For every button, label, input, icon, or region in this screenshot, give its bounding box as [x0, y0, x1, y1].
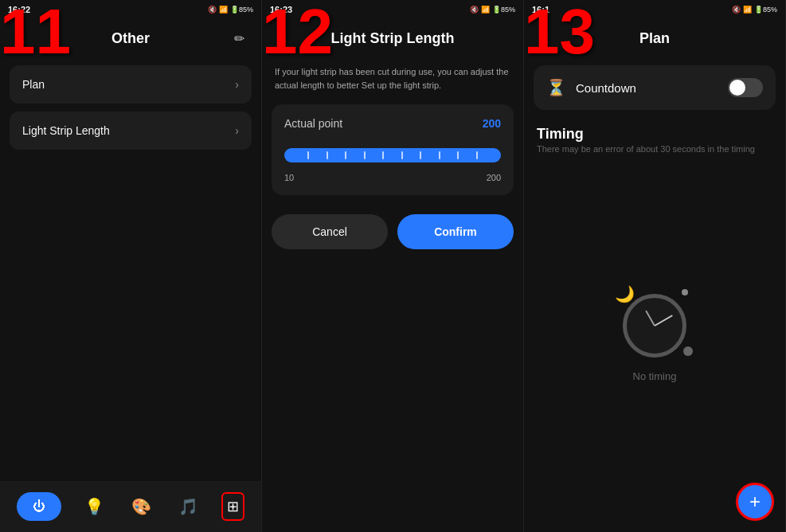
panel-plan: 13 16:1 🔇 📶 🔋85% ‹ Plan ⏳ Countdown Timi… — [524, 0, 786, 532]
tick-8 — [439, 151, 440, 159]
slider-labels: 10 200 — [284, 173, 501, 182]
confirm-button[interactable]: Confirm — [397, 214, 514, 249]
tick-2 — [327, 151, 328, 159]
menu-item-plan[interactable]: Plan › — [10, 65, 252, 104]
timing-title: Timing — [537, 126, 772, 143]
grid-icon[interactable]: ⊞ — [221, 492, 244, 521]
plus-icon: + — [749, 491, 761, 513]
add-timing-fab[interactable]: + — [736, 483, 774, 521]
dot-medium — [683, 346, 693, 356]
status-icons-2: 🔇 📶 🔋85% — [470, 6, 515, 14]
slider-header: Actual point 200 — [284, 117, 501, 130]
panel-light-strip: 12 16:23 🔇 📶 🔋85% ‹ Light Strip Length I… — [262, 0, 524, 532]
status-bar-2: 16:23 🔇 📶 🔋85% — [262, 0, 523, 19]
clock-container: 🌙 No timing — [524, 157, 785, 532]
countdown-left: ⏳ Countdown — [546, 78, 636, 97]
bulb-icon[interactable]: 💡 — [81, 494, 108, 519]
slider-ticks — [284, 148, 501, 162]
header-light-strip: ‹ Light Strip Length — [262, 19, 523, 57]
timing-section: Timing There may be an error of about 30… — [524, 118, 785, 157]
status-time-2: 16:23 — [270, 5, 292, 14]
timing-desc: There may be an error of about 30 second… — [537, 144, 772, 154]
countdown-row: ⏳ Countdown — [534, 65, 776, 110]
hourglass-icon: ⏳ — [546, 78, 566, 97]
status-icons-3: 🔇 📶 🔋85% — [732, 6, 777, 14]
status-bar-1: 16:22 🔇 📶 🔋85% — [0, 0, 261, 19]
tick-6 — [401, 151, 403, 159]
music-icon[interactable]: 🎵 — [175, 494, 201, 519]
slider-label: Actual point — [284, 117, 342, 130]
status-bar-3: 16:1 🔇 📶 🔋85% — [524, 0, 785, 19]
panel-other: 11 16:22 🔇 📶 🔋85% ‹ Other ✏ Plan › Light… — [0, 0, 262, 532]
slider-value: 200 — [483, 117, 501, 130]
tick-9 — [457, 151, 459, 159]
menu-item-plan-label: Plan — [22, 78, 45, 91]
tick-3 — [345, 151, 346, 159]
dot-small — [682, 289, 688, 295]
chevron-plan: › — [235, 78, 239, 91]
no-timing-label: No timing — [633, 370, 677, 382]
header-other: ‹ Other ✏ — [0, 19, 261, 57]
status-icons-1: 🔇 📶 🔋85% — [208, 6, 253, 14]
power-button[interactable]: ⏻ — [17, 492, 61, 521]
menu-list: Plan › Light Strip Length › — [0, 57, 261, 158]
slider-max: 200 — [487, 173, 501, 182]
dialog-buttons: Cancel Confirm — [262, 203, 523, 260]
bottom-nav-1: ⏻ 💡 🎨 🎵 ⊞ — [0, 481, 261, 532]
tick-7 — [420, 151, 421, 159]
tick-10 — [476, 151, 478, 159]
page-title-light-strip: Light Strip Length — [295, 30, 490, 47]
cancel-button[interactable]: Cancel — [272, 214, 388, 249]
power-icon: ⏻ — [33, 499, 45, 514]
back-icon-1[interactable]: ‹ — [11, 30, 33, 47]
back-icon-2[interactable]: ‹ — [273, 30, 295, 47]
back-icon-3[interactable]: ‹ — [535, 30, 557, 47]
slider-track-container[interactable] — [284, 141, 501, 170]
tick-1 — [307, 151, 309, 159]
clock-hand-minute — [655, 315, 674, 327]
clock-circle — [623, 294, 686, 358]
slider-track[interactable] — [284, 148, 501, 162]
menu-item-light-strip-label: Light Strip Length — [22, 124, 110, 137]
clock-hand-hour — [645, 310, 655, 326]
header-plan: ‹ Plan — [524, 19, 785, 57]
dialog-description: If your light strip has been cut during … — [262, 57, 523, 96]
slider-min: 10 — [284, 173, 294, 182]
menu-item-light-strip[interactable]: Light Strip Length › — [10, 111, 252, 150]
countdown-label: Countdown — [576, 81, 636, 95]
status-time-3: 16:1 — [532, 5, 549, 14]
chevron-light-strip: › — [235, 124, 239, 137]
palette-icon[interactable]: 🎨 — [128, 494, 154, 519]
countdown-toggle[interactable] — [728, 78, 763, 97]
slider-card: Actual point 200 10 — [272, 104, 514, 195]
clock-illustration: 🌙 — [615, 283, 694, 362]
status-time-1: 16:22 — [8, 5, 30, 14]
tick-5 — [382, 151, 384, 159]
page-title-plan: Plan — [557, 30, 752, 47]
edit-icon[interactable]: ✏ — [228, 31, 250, 46]
page-title-other: Other — [33, 30, 228, 47]
clock-hands — [627, 298, 682, 354]
tick-4 — [364, 151, 366, 159]
